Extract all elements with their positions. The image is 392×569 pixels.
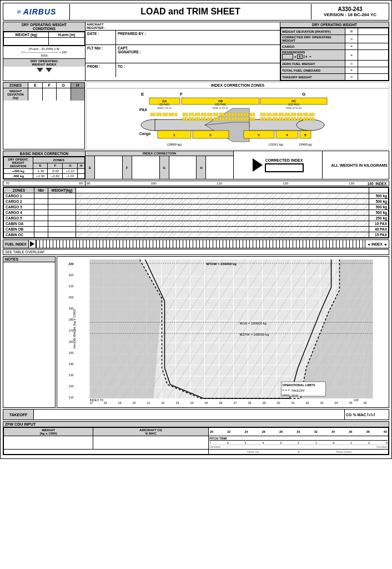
flt-nbr-value[interactable] [86, 51, 115, 59]
corrected-index-box[interactable] [265, 163, 304, 172]
cargo4-row: CARGO 4 500 kg [4, 210, 389, 216]
svg-rect-71 [192, 117, 194, 121]
svg-rect-119 [288, 117, 290, 121]
fuel-index-end: ◄ INDEX ◄ [365, 240, 389, 248]
bic-h: H [78, 163, 85, 169]
wd-e[interactable] [28, 88, 43, 101]
date-value[interactable] [86, 37, 115, 44]
svg-rect-73 [198, 117, 200, 121]
svg-rect-74 [201, 117, 203, 121]
capt-sig-value[interactable] [116, 55, 280, 63]
svg-rect-97 [275, 113, 278, 116]
notes-content [3, 262, 55, 390]
ic-zone-f-label: F [123, 156, 132, 179]
svg-rect-84 [232, 117, 234, 121]
svg-rect-77 [210, 117, 212, 121]
svg-rect-56 [219, 113, 222, 116]
svg-text:ROW 12 TO 31: ROW 12 TO 31 [213, 107, 228, 109]
bic-row-minus300: -300 kg +1.30+0.82-1.22 [4, 174, 85, 179]
svg-text:(18869 kg): (18869 kg) [167, 143, 182, 146]
svg-text:25: 25 [205, 401, 208, 405]
svg-rect-109 [312, 113, 314, 116]
weight-value[interactable] [4, 38, 49, 46]
svg-rect-53 [210, 113, 212, 116]
cg-mac-text: CG % MAC [346, 413, 366, 417]
ic-zone-e-val[interactable] [95, 156, 123, 179]
zfw-cg-val[interactable] [93, 436, 209, 450]
svg-rect-54 [213, 113, 215, 116]
ic-zone-g-label: G [160, 156, 169, 179]
see-table-overleaf: SEE TABLE OVERLEAF [3, 249, 389, 255]
svg-text:OC: OC [292, 99, 296, 103]
zfw-cdu-title: ZFW CDU INPUT [3, 422, 389, 427]
bic-zones-header: ZONES [33, 157, 85, 163]
ic-zone-h-val[interactable] [206, 156, 233, 179]
wd-g[interactable] [57, 88, 71, 101]
index-scale-numbers: 90100110120130 [86, 181, 355, 186]
aircraft-register-label: AIRCRAFT REGISTER : [86, 22, 119, 30]
svg-rect-113 [269, 117, 272, 121]
cabin-oa-row: CABIN OA 10 PAX [4, 221, 389, 227]
svg-text:27: 27 [234, 401, 237, 405]
dow-right-title: DRY OPERATING WEIGHT [280, 22, 389, 28]
svg-rect-121 [294, 117, 296, 121]
wd-f[interactable] [43, 88, 57, 101]
svg-text:OB: OB [218, 99, 223, 103]
svg-rect-89 [247, 117, 249, 121]
svg-rect-83 [228, 117, 230, 121]
wd-h [71, 88, 85, 101]
svg-text:E: E [141, 92, 144, 97]
svg-text:21: 21 [147, 401, 150, 405]
index-scale-left: 7080 [3, 181, 86, 186]
svg-text:(152 PAX): (152 PAX) [215, 103, 227, 106]
zfw-cg-scale-header: 2022242628303234363840 [208, 428, 388, 436]
cargo3-row: CARGO 3 500 kg [4, 204, 389, 210]
svg-text:F: F [180, 92, 183, 97]
svg-rect-107 [306, 113, 308, 116]
ci-val-header [369, 188, 389, 193]
h-arm-value[interactable] [49, 38, 85, 46]
svg-rect-116 [279, 117, 281, 121]
to-value[interactable] [116, 69, 280, 77]
svg-rect-45 [185, 113, 188, 116]
svg-rect-57 [222, 113, 224, 116]
header: ⊙ AIRBUS LOAD and TRIM SHEET A330-243 VE… [3, 3, 389, 21]
index-correction-zones: E F G H [86, 156, 233, 179]
aircraft-svg: E F G PAX OA (18 PAX) ROW 1 TO 11 OB (15 [87, 89, 389, 149]
svg-rect-61 [234, 113, 237, 116]
takeoff-value[interactable] [34, 410, 344, 420]
ic-zone-g-val[interactable] [169, 156, 197, 179]
from-value[interactable] [86, 69, 115, 77]
bic-table: DRY OPERAT.WEIGHTDEVIATION ZONES E F G H… [3, 157, 85, 179]
prepared-by-value[interactable] [116, 37, 280, 44]
cabin-ob-row: CABIN OB 40 PAX [4, 227, 389, 232]
zfw-cdu-section: ZFW CDU INPUT WEIGHT(kg x 1000) AIRCRAFT… [3, 421, 389, 455]
svg-text:20: 20 [133, 401, 136, 405]
pitch-trim-label: PITCH TRIM [209, 437, 388, 441]
svg-text:35: 35 [349, 401, 353, 405]
weight-kg-header: WEIGHT (kg) [4, 32, 49, 38]
dow-table: WEIGHT (kg) H-arm (m) [3, 32, 85, 46]
envelope-svg: 230 220 210 200 190 180 170 160 150 140 … [57, 257, 389, 407]
svg-text:130: 130 [69, 373, 74, 377]
svg-rect-82 [225, 117, 228, 121]
zfw-weight-header: WEIGHT(kg x 1000) [4, 428, 93, 436]
svg-rect-42 [172, 113, 174, 116]
ic-zone-f-val[interactable] [132, 156, 160, 179]
svg-rect-110 [260, 117, 263, 121]
ci-chart-header [76, 188, 369, 193]
pax-count[interactable] [282, 54, 293, 59]
aircraft-register-value[interactable] [119, 22, 280, 30]
svg-rect-58 [225, 113, 228, 116]
zfw-weight-val[interactable] [4, 436, 93, 450]
zones-label: ZONES [3, 83, 28, 88]
tow-row: TAKEOFF WEIGHT = [281, 74, 389, 81]
cabin-oc-row: CABIN OC 15 PAX [4, 232, 389, 238]
svg-rect-99 [282, 113, 284, 116]
svg-rect-43 [175, 113, 177, 116]
svg-rect-95 [269, 113, 272, 116]
from-label: FROM : [86, 63, 119, 69]
svg-rect-44 [183, 113, 185, 116]
cargo1-row: CARGO 1 500 kg [4, 193, 389, 199]
dow-index-arrow [3, 67, 85, 73]
